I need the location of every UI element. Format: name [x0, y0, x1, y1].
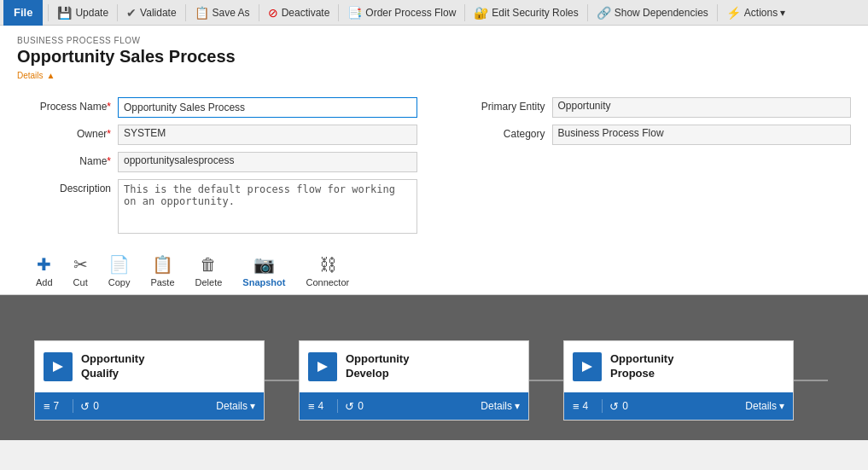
stage-develop-steps: ≡ 4 — [308, 400, 323, 413]
snapshot-label: Snapshot — [242, 277, 285, 287]
stage-qualify-steps: ≡ 7 — [44, 400, 59, 413]
connector-1-2 — [265, 380, 299, 381]
toolbar-separator-5 — [338, 4, 339, 21]
stage-qualify-title: Opportunity Qualify — [81, 352, 144, 381]
deactivate-button[interactable]: ⊘ Deactivate — [261, 0, 337, 26]
save-as-icon: 📋 — [195, 6, 209, 20]
cut-button[interactable]: ✂ Cut — [63, 251, 98, 291]
snapshot-button[interactable]: 📷 Snapshot — [232, 251, 295, 291]
stage-propose-loops: ↺ 0 — [609, 400, 628, 413]
delete-button[interactable]: 🗑 Delete — [185, 252, 233, 291]
edit-security-roles-icon: 🔐 — [474, 6, 488, 20]
delete-icon: 🗑 — [200, 255, 217, 275]
toolbar-separator-2 — [117, 4, 118, 21]
stage-propose[interactable]: Opportunity Propose ≡ 4 ↺ 0 Details ▾ — [563, 340, 794, 421]
paste-button[interactable]: 📋 Paste — [140, 251, 184, 291]
main-content: BUSINESS PROCESS FLOW Opportunity Sales … — [0, 26, 868, 295]
loops-icon-2: ↺ — [345, 400, 354, 413]
primary-entity-value: Opportunity — [552, 97, 852, 118]
order-process-flow-button[interactable]: 📑 Order Process Flow — [341, 0, 463, 26]
category-row: Category Business Process Flow — [451, 125, 852, 145]
stage-propose-steps: ≡ 4 — [573, 400, 588, 413]
add-icon: ✚ — [37, 254, 51, 275]
svg-marker-0 — [53, 362, 63, 372]
stage-develop-details-btn[interactable]: Details ▾ — [481, 400, 520, 412]
connector-icon: ⛓ — [319, 255, 336, 275]
add-label: Add — [36, 277, 53, 287]
connector-label: Connector — [306, 277, 349, 287]
stage-qualify-icon — [44, 352, 73, 381]
cut-icon: ✂ — [73, 254, 88, 275]
stage-qualify[interactable]: Opportunity Qualify ≡ 7 ↺ 0 Details ▾ — [34, 340, 265, 421]
actions-bar: ✚ Add ✂ Cut 📄 Copy 📋 Paste 🗑 Delete 📷 Sn… — [17, 244, 851, 294]
category-label: Category — [451, 125, 545, 140]
file-button[interactable]: File — [3, 0, 43, 26]
actions-icon: ⚡ — [726, 6, 741, 20]
deactivate-label: Deactivate — [282, 7, 330, 19]
details-arrow-icon: ▲ — [47, 71, 55, 80]
footer-sep-2 — [337, 399, 338, 413]
copy-icon: 📄 — [108, 254, 130, 275]
toolbar-separator-8 — [717, 4, 718, 21]
actions-button[interactable]: ⚡ Actions ▾ — [719, 0, 793, 26]
steps-icon-3: ≡ — [573, 400, 580, 413]
process-name-row: Process Name* — [17, 97, 417, 118]
form-right: Primary Entity Opportunity Category Busi… — [451, 97, 852, 234]
primary-entity-label: Primary Entity — [451, 97, 545, 113]
stage-qualify-details-btn[interactable]: Details ▾ — [216, 400, 255, 412]
edit-security-roles-button[interactable]: 🔐 Edit Security Roles — [467, 0, 585, 26]
stage-develop-icon — [308, 352, 337, 381]
stage-propose-title: Opportunity Propose — [610, 352, 673, 381]
stage-propose-details-btn[interactable]: Details ▾ — [745, 400, 784, 412]
stage-propose-footer: ≡ 4 ↺ 0 Details ▾ — [564, 392, 793, 420]
toolbar-separator-7 — [587, 4, 588, 21]
form-left: Process Name* Owner* SYSTEM Name* opport… — [17, 97, 417, 234]
paste-icon: 📋 — [152, 254, 173, 275]
stage-qualify-header: Opportunity Qualify — [35, 341, 264, 392]
validate-button[interactable]: ✔ Validate — [119, 0, 183, 26]
update-label: Update — [75, 7, 108, 19]
show-dependencies-icon: 🔗 — [597, 6, 611, 20]
save-as-button[interactable]: 📋 Save As — [188, 0, 257, 26]
copy-button[interactable]: 📄 Copy — [98, 251, 141, 291]
details-chevron-icon-2: ▾ — [515, 400, 520, 412]
edit-security-roles-label: Edit Security Roles — [492, 7, 578, 19]
delete-label: Delete — [195, 277, 223, 287]
snapshot-icon: 📷 — [253, 254, 275, 275]
order-process-flow-label: Order Process Flow — [365, 7, 456, 19]
stage-qualify-loops: ↺ 0 — [80, 400, 99, 413]
connector-button[interactable]: ⛓ Connector — [295, 252, 359, 291]
stage-propose-icon — [573, 352, 602, 381]
form-section: Process Name* Owner* SYSTEM Name* opport… — [17, 90, 851, 244]
cut-label: Cut — [73, 277, 88, 287]
stage-develop[interactable]: Opportunity Develop ≡ 4 ↺ 0 Details ▾ — [299, 340, 529, 421]
save-as-label: Save As — [213, 7, 250, 19]
process-name-label: Process Name* — [17, 97, 111, 113]
update-button[interactable]: 💾 Update — [50, 0, 115, 26]
show-dependencies-button[interactable]: 🔗 Show Dependencies — [590, 0, 715, 26]
stages-container: Opportunity Qualify ≡ 7 ↺ 0 Details ▾ — [34, 321, 868, 440]
steps-icon-2: ≡ — [308, 400, 315, 413]
description-label: Description — [17, 179, 111, 194]
order-process-flow-icon: 📑 — [347, 6, 362, 20]
connector-trailing — [794, 380, 828, 381]
description-textarea[interactable]: This is the default process flow for wor… — [118, 179, 417, 234]
toolbar-separator-6 — [464, 4, 465, 21]
add-button[interactable]: ✚ Add — [26, 251, 63, 291]
paste-label: Paste — [150, 277, 174, 287]
owner-label: Owner* — [17, 125, 111, 140]
description-row: Description This is the default process … — [17, 179, 417, 234]
process-name-input[interactable] — [118, 97, 417, 118]
stage-develop-footer: ≡ 4 ↺ 0 Details ▾ — [300, 392, 528, 420]
details-link[interactable]: Details ▲ — [17, 71, 55, 80]
deactivate-icon: ⊘ — [268, 6, 278, 20]
loops-icon-3: ↺ — [609, 400, 619, 413]
page-title: Opportunity Sales Process — [17, 47, 851, 67]
svg-marker-1 — [317, 362, 328, 372]
stage-develop-header: Opportunity Develop — [300, 341, 528, 392]
copy-label: Copy — [108, 277, 131, 287]
owner-row: Owner* SYSTEM — [17, 125, 417, 145]
validate-icon: ✔ — [126, 6, 137, 20]
primary-entity-row: Primary Entity Opportunity — [451, 97, 852, 118]
toolbar-separator-1 — [48, 4, 49, 21]
